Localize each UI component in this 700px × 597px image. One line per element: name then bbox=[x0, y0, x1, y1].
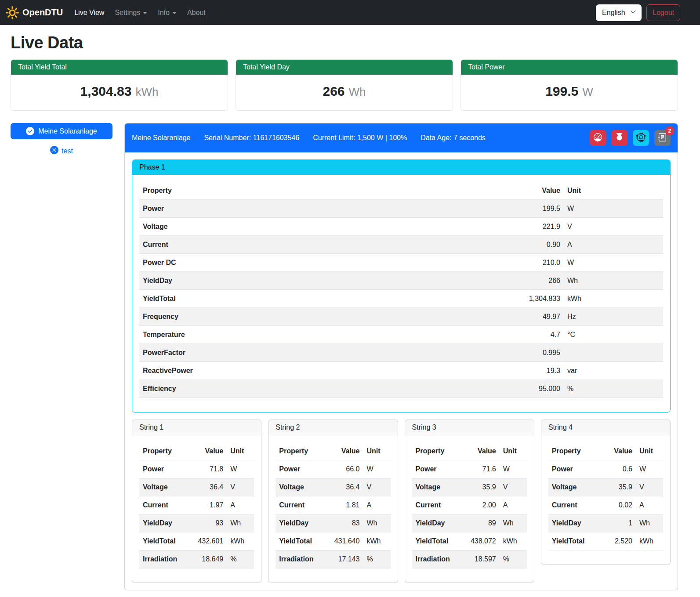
property-cell: Power bbox=[276, 460, 325, 478]
unit-cell: A bbox=[500, 496, 527, 514]
column-header-unit: Unit bbox=[363, 442, 391, 460]
table-row: YieldTotal432.601kWh bbox=[139, 532, 254, 550]
string-table: Property Value Unit Power71.6WVoltage35.… bbox=[412, 442, 527, 568]
table-row: ReactivePower19.3var bbox=[139, 362, 663, 380]
inverter-actions: 2 bbox=[590, 130, 671, 146]
value-cell: 17.143 bbox=[326, 550, 363, 568]
property-cell: Frequency bbox=[139, 308, 502, 326]
property-cell: YieldDay bbox=[276, 514, 325, 532]
nav-item-label: About bbox=[187, 9, 206, 17]
value-cell: 93 bbox=[189, 514, 227, 532]
inverter-data-age: Data Age: 7 seconds bbox=[421, 134, 486, 142]
property-cell: PowerFactor bbox=[139, 344, 502, 362]
string-card-title: String 4 bbox=[541, 420, 670, 435]
property-cell: Irradiation bbox=[412, 550, 462, 568]
inverter-name: Meine Solaranlage bbox=[132, 134, 190, 142]
unit-cell bbox=[564, 344, 663, 362]
unit-cell: kWh bbox=[227, 532, 254, 550]
table-row: YieldTotal2.520kWh bbox=[548, 532, 663, 550]
column-header-unit: Unit bbox=[564, 182, 663, 200]
property-cell: Power DC bbox=[139, 254, 502, 272]
table-row: Power DC210.0W bbox=[139, 254, 663, 272]
summary-value: 1,304.83 bbox=[80, 84, 132, 98]
value-cell: 1,304.833 bbox=[502, 290, 564, 308]
unit-cell: V bbox=[636, 478, 663, 496]
event-log-button[interactable]: 2 bbox=[654, 130, 671, 146]
summary-cards: Total Yield Total 1,304.83kWh Total Yiel… bbox=[11, 59, 678, 111]
chevron-down-icon bbox=[143, 12, 147, 14]
table-header-row: Property Value Unit bbox=[139, 182, 663, 200]
phase-table-body: Power199.5WVoltage221.9VCurrent0.90APowe… bbox=[139, 200, 663, 398]
unit-cell: W bbox=[564, 200, 663, 218]
unit-cell: W bbox=[636, 460, 663, 478]
nav-item-label: Live View bbox=[74, 9, 104, 17]
language-select-value: English bbox=[602, 9, 625, 17]
unit-cell: °C bbox=[564, 326, 663, 344]
nav-item-settings[interactable]: Settings bbox=[109, 5, 152, 20]
inverter-card-header: Meine Solaranlage Serial Number: 1161716… bbox=[125, 123, 678, 152]
value-cell: 66.0 bbox=[326, 460, 363, 478]
unit-cell: % bbox=[500, 550, 527, 568]
value-cell: 89 bbox=[462, 514, 500, 532]
property-cell: Voltage bbox=[139, 218, 502, 236]
unit-cell: V bbox=[564, 218, 663, 236]
device-info-button[interactable] bbox=[633, 130, 649, 146]
property-cell: Current bbox=[548, 496, 598, 514]
power-icon bbox=[615, 133, 624, 143]
summary-card-total-yield-day: Total Yield Day 266Wh bbox=[236, 59, 453, 111]
table-row: Temperature4.7°C bbox=[139, 326, 663, 344]
brand: OpenDTU bbox=[6, 6, 63, 19]
property-cell: YieldDay bbox=[139, 272, 502, 290]
speedometer-icon bbox=[594, 133, 602, 143]
value-cell: 432.601 bbox=[189, 532, 227, 550]
property-cell: ReactivePower bbox=[139, 362, 502, 380]
sidebar-item-test[interactable]: test bbox=[11, 146, 112, 156]
logout-button[interactable]: Logout bbox=[646, 4, 680, 21]
string-card-title: String 3 bbox=[405, 420, 534, 435]
value-cell: 95.000 bbox=[502, 380, 564, 398]
property-cell: YieldTotal bbox=[412, 532, 462, 550]
value-cell: 2.520 bbox=[598, 532, 636, 550]
property-cell: Voltage bbox=[139, 478, 189, 496]
power-toggle-button[interactable] bbox=[611, 130, 627, 146]
table-header-row: Property Value Unit bbox=[412, 442, 527, 460]
nav-item-label: Settings bbox=[115, 9, 140, 17]
event-count-badge: 2 bbox=[665, 127, 674, 136]
table-row: Irradiation18.649% bbox=[139, 550, 254, 568]
property-cell: Irradiation bbox=[276, 550, 325, 568]
nav-item-about[interactable]: About bbox=[182, 5, 211, 20]
value-cell: 35.9 bbox=[462, 478, 500, 496]
table-row: Current2.00A bbox=[412, 496, 527, 514]
unit-cell: % bbox=[227, 550, 254, 568]
value-cell: 221.9 bbox=[502, 218, 564, 236]
inverter-sidebar: Meine Solaranlage test bbox=[11, 123, 112, 156]
limit-settings-button[interactable] bbox=[590, 130, 606, 146]
table-row: Power71.6W bbox=[412, 460, 527, 478]
string-table: Property Value Unit Power66.0WVoltage36.… bbox=[276, 442, 390, 568]
journal-text-icon bbox=[658, 133, 667, 143]
nav-item-info[interactable]: Info bbox=[152, 5, 182, 20]
value-cell: 0.6 bbox=[598, 460, 636, 478]
inverter-card: Meine Solaranlage Serial Number: 1161716… bbox=[124, 123, 678, 590]
column-header-value: Value bbox=[326, 442, 363, 460]
chevron-down-icon bbox=[172, 12, 177, 14]
table-row: Irradiation18.597% bbox=[412, 550, 527, 568]
summary-card-total-yield-total: Total Yield Total 1,304.83kWh bbox=[11, 59, 228, 111]
value-cell: 1 bbox=[598, 514, 636, 532]
value-cell: 18.649 bbox=[189, 550, 227, 568]
string-card-3: String 3 Property Value Unit Power71.6WV… bbox=[405, 420, 534, 583]
column-header-value: Value bbox=[598, 442, 636, 460]
property-cell: YieldTotal bbox=[139, 290, 502, 308]
property-cell: YieldDay bbox=[548, 514, 598, 532]
unit-cell: A bbox=[564, 236, 663, 254]
nav-item-live-view[interactable]: Live View bbox=[69, 5, 109, 20]
table-row: Voltage35.9V bbox=[548, 478, 663, 496]
sidebar-item-meine-solaranlage[interactable]: Meine Solaranlage bbox=[11, 123, 112, 139]
phase-card: Phase 1 Property Value Unit Power199.5WV… bbox=[132, 159, 671, 412]
sidebar-item-label: test bbox=[62, 147, 73, 155]
value-cell: 0.90 bbox=[502, 236, 564, 254]
table-row: YieldTotal438.072kWh bbox=[412, 532, 527, 550]
table-row: YieldDay1Wh bbox=[548, 514, 663, 532]
unit-cell: V bbox=[500, 478, 527, 496]
language-select[interactable]: English bbox=[596, 4, 642, 21]
